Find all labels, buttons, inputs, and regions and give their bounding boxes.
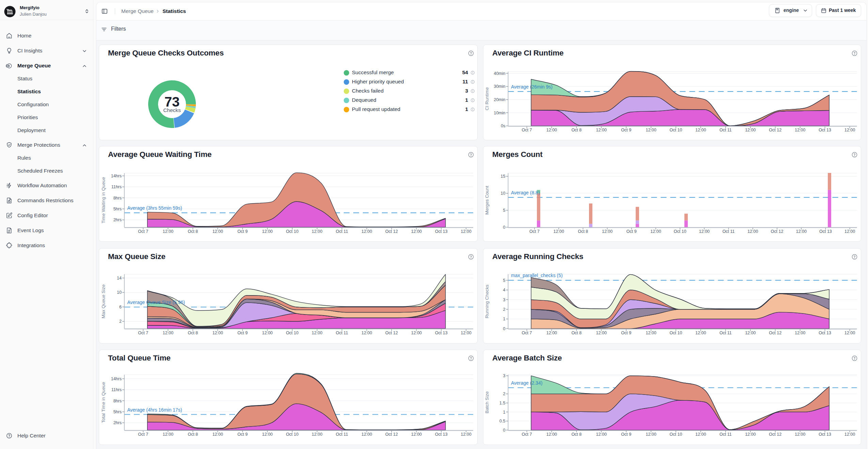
svg-text:12:00: 12:00: [602, 229, 613, 234]
svg-text:Average (2.34): Average (2.34): [511, 380, 542, 386]
svg-text:Oct 10: Oct 10: [670, 432, 682, 437]
svg-text:Oct 8: Oct 8: [578, 229, 588, 234]
svg-text:Average Queue Size (5.96): Average Queue Size (5.96): [127, 300, 185, 305]
svg-text:12:00: 12:00: [411, 229, 422, 234]
svg-text:Oct 13: Oct 13: [435, 432, 448, 437]
svg-text:3: 3: [503, 298, 506, 302]
svg-text:12:00: 12:00: [844, 128, 855, 132]
svg-text:max_parallel_checks (5): max_parallel_checks (5): [511, 273, 563, 278]
svg-text:2: 2: [119, 319, 122, 324]
svg-text:Oct 12: Oct 12: [769, 128, 781, 132]
svg-text:10: 10: [501, 191, 506, 196]
svg-text:Oct 7: Oct 7: [138, 229, 148, 234]
svg-text:12:00: 12:00: [844, 331, 855, 335]
svg-text:Average (8.8): Average (8.8): [511, 190, 540, 195]
svg-text:12:00: 12:00: [212, 229, 223, 234]
svg-text:12:00: 12:00: [646, 432, 656, 437]
svg-text:Time Waiting in Queue: Time Waiting in Queue: [101, 177, 106, 223]
svg-text:12:00: 12:00: [163, 331, 173, 335]
svg-text:12:00: 12:00: [411, 331, 422, 335]
svg-text:Oct 8: Oct 8: [188, 432, 198, 437]
svg-text:Oct 13: Oct 13: [819, 331, 831, 335]
svg-text:Oct 11: Oct 11: [723, 229, 735, 234]
svg-text:Oct 7: Oct 7: [522, 128, 532, 132]
svg-text:12:00: 12:00: [411, 432, 422, 437]
svg-text:Running Checks: Running Checks: [485, 285, 490, 318]
svg-text:6: 6: [119, 305, 122, 309]
svg-text:15: 15: [501, 174, 506, 179]
svg-text:Oct 9: Oct 9: [237, 229, 248, 234]
svg-text:Oct 12: Oct 12: [385, 432, 398, 437]
svg-text:14hrs: 14hrs: [111, 174, 122, 178]
svg-text:12:00: 12:00: [212, 331, 223, 335]
svg-text:Max Queue Size: Max Queue Size: [101, 285, 106, 319]
svg-text:Oct 11: Oct 11: [719, 128, 732, 132]
svg-text:12:00: 12:00: [361, 432, 372, 437]
svg-text:0s: 0s: [501, 124, 505, 128]
svg-text:12:00: 12:00: [312, 331, 322, 335]
svg-text:12:00: 12:00: [745, 432, 756, 437]
svg-text:12:00: 12:00: [650, 229, 661, 234]
svg-text:11hrs: 11hrs: [111, 387, 122, 392]
svg-text:12:00: 12:00: [795, 128, 805, 132]
svg-text:Oct 7: Oct 7: [522, 432, 532, 437]
svg-text:Oct 8: Oct 8: [188, 331, 198, 335]
svg-text:12:00: 12:00: [745, 331, 756, 335]
svg-text:12:00: 12:00: [747, 229, 758, 234]
svg-text:12:00: 12:00: [212, 432, 223, 437]
svg-text:5: 5: [503, 278, 506, 283]
svg-text:4: 4: [503, 288, 506, 292]
svg-text:1.5: 1.5: [499, 401, 505, 405]
svg-text:Oct 13: Oct 13: [435, 229, 448, 234]
svg-text:12:00: 12:00: [554, 229, 564, 234]
svg-text:Average (4hrs 16min 17s): Average (4hrs 16min 17s): [127, 407, 182, 413]
svg-text:Average (3hrs 55min 59s): Average (3hrs 55min 59s): [127, 205, 182, 211]
svg-text:Oct 8: Oct 8: [571, 432, 582, 437]
svg-text:Oct 11: Oct 11: [336, 229, 348, 234]
svg-text:Oct 12: Oct 12: [769, 432, 781, 437]
svg-text:12:00: 12:00: [262, 229, 273, 234]
svg-text:12:00: 12:00: [546, 432, 557, 437]
svg-text:Oct 12: Oct 12: [385, 331, 398, 335]
svg-text:Oct 12: Oct 12: [385, 229, 398, 234]
svg-text:12:00: 12:00: [646, 331, 656, 335]
svg-text:Oct 8: Oct 8: [571, 331, 582, 335]
svg-text:Oct 8: Oct 8: [188, 229, 198, 234]
svg-text:Oct 12: Oct 12: [771, 229, 784, 234]
svg-text:8hrs: 8hrs: [113, 196, 122, 201]
svg-text:Oct 10: Oct 10: [670, 331, 682, 335]
svg-text:12:00: 12:00: [546, 128, 557, 132]
svg-text:11hrs: 11hrs: [111, 185, 122, 189]
svg-text:Oct 9: Oct 9: [621, 331, 631, 335]
svg-text:12:00: 12:00: [695, 432, 706, 437]
svg-text:Oct 8: Oct 8: [571, 128, 582, 132]
svg-text:2: 2: [503, 391, 506, 396]
svg-text:Oct 13: Oct 13: [819, 229, 832, 234]
svg-text:2hrs: 2hrs: [113, 218, 122, 222]
svg-text:12:00: 12:00: [361, 229, 372, 234]
svg-text:0: 0: [503, 326, 506, 331]
svg-text:Oct 9: Oct 9: [626, 229, 637, 234]
svg-text:Oct 10: Oct 10: [286, 432, 298, 437]
svg-text:Oct 10: Oct 10: [286, 331, 298, 335]
svg-text:12:00: 12:00: [596, 432, 607, 437]
svg-text:Oct 7: Oct 7: [522, 331, 532, 335]
svg-text:Merges Count: Merges Count: [485, 186, 490, 214]
svg-text:1: 1: [503, 317, 506, 321]
svg-text:12:00: 12:00: [461, 331, 471, 335]
svg-text:12:00: 12:00: [646, 128, 656, 132]
svg-text:5hrs: 5hrs: [113, 410, 122, 414]
svg-text:14: 14: [117, 276, 122, 280]
svg-text:5: 5: [503, 208, 506, 213]
svg-text:3: 3: [503, 373, 506, 378]
svg-text:Oct 11: Oct 11: [336, 331, 348, 335]
svg-text:Oct 13: Oct 13: [819, 128, 831, 132]
svg-text:12:00: 12:00: [461, 229, 471, 234]
svg-text:12:00: 12:00: [546, 331, 557, 335]
svg-text:Batch Size: Batch Size: [485, 391, 490, 414]
svg-text:12:00: 12:00: [312, 229, 322, 234]
svg-text:Oct 10: Oct 10: [286, 229, 298, 234]
svg-text:12:00: 12:00: [361, 331, 372, 335]
svg-text:10min: 10min: [494, 111, 505, 115]
svg-text:8hrs: 8hrs: [113, 399, 122, 403]
